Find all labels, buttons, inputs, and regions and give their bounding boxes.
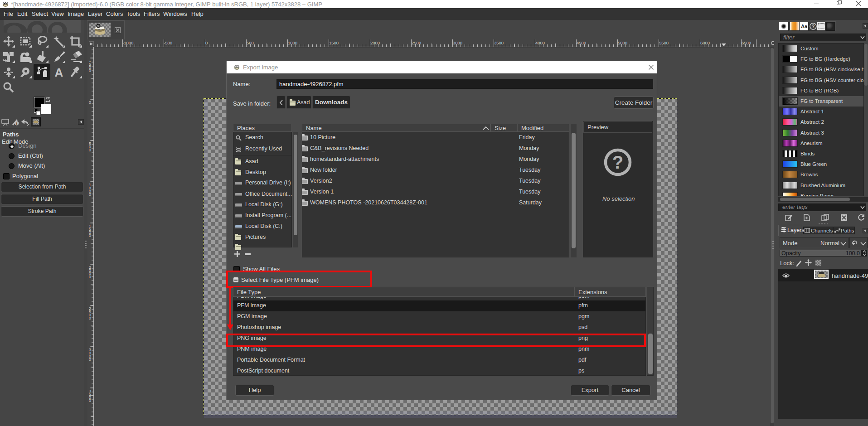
svg-text:?: ? bbox=[612, 152, 623, 172]
svg-text:?: ? bbox=[812, 24, 815, 29]
svg-text:A: A bbox=[55, 66, 63, 78]
